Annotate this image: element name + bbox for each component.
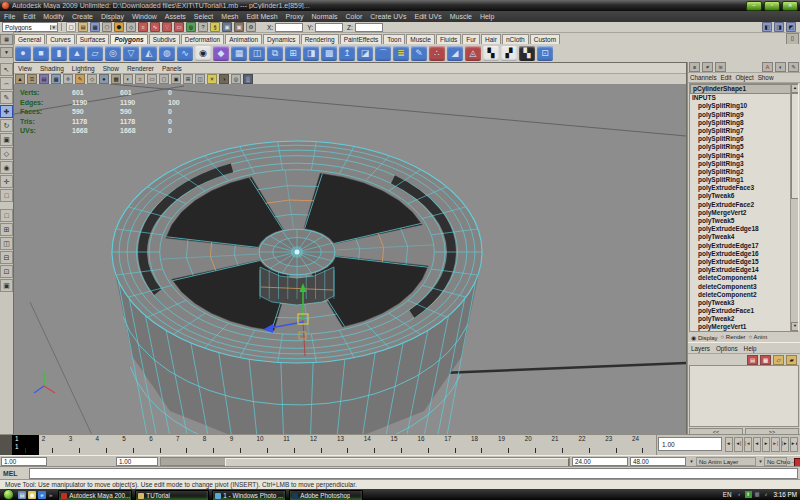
uv-checker-b-icon[interactable]: ▞ bbox=[501, 46, 517, 61]
render-current-frame-icon[interactable]: ▣ bbox=[222, 22, 232, 32]
layer-menu-item[interactable]: Help bbox=[741, 345, 760, 352]
timeline-frame-9[interactable]: 9 bbox=[227, 435, 254, 455]
select-by-hierarchy-icon[interactable]: ⬡ bbox=[102, 22, 112, 32]
layer-list[interactable] bbox=[689, 365, 799, 427]
shelf-tab[interactable]: Animation bbox=[225, 34, 262, 44]
playback-end-field[interactable]: 24.00 bbox=[572, 457, 628, 466]
language-indicator[interactable]: EN bbox=[723, 491, 732, 498]
save-scene-icon[interactable]: ▦ bbox=[90, 22, 100, 32]
panel-menu-item[interactable]: Panels bbox=[158, 65, 186, 72]
resolution-gate-icon[interactable]: ◻ bbox=[159, 74, 169, 84]
timeline-frame-11[interactable]: 11 bbox=[280, 435, 307, 455]
timeline-frame-23[interactable]: 23 bbox=[602, 435, 629, 455]
shadows-icon[interactable]: ◑ bbox=[219, 74, 229, 84]
shelf-tab[interactable]: Custom bbox=[530, 34, 560, 44]
channel-input-item[interactable]: polyExtrudeFace2 bbox=[690, 201, 798, 209]
z-input[interactable] bbox=[355, 23, 383, 32]
timeline-frame-21[interactable]: 21 bbox=[549, 435, 576, 455]
make-object-live-icon[interactable]: ◍ bbox=[186, 22, 196, 32]
channel-input-item[interactable]: polyExtrudeEdge16 bbox=[690, 250, 798, 258]
single-pane-layout-icon[interactable]: □ bbox=[0, 209, 13, 222]
show-desktop-icon[interactable]: ▤ bbox=[18, 491, 26, 499]
channel-input-item[interactable]: polySplitRing5 bbox=[690, 143, 798, 151]
channel-menu-item[interactable]: Object bbox=[733, 74, 755, 81]
last-tool-icon[interactable]: □ bbox=[0, 189, 13, 202]
timeline-frame-14[interactable]: 14 bbox=[361, 435, 388, 455]
channel-manip-default-icon[interactable]: ≡ bbox=[689, 62, 700, 72]
timeline-frame-2[interactable]: 2 bbox=[39, 435, 66, 455]
channel-input-item[interactable]: polyMergeVert1 bbox=[690, 323, 798, 331]
menu-item[interactable]: Edit bbox=[19, 13, 39, 20]
mirror-geometry-icon[interactable]: ◨ bbox=[303, 46, 319, 61]
timeline-frame-13[interactable]: 13 bbox=[334, 435, 361, 455]
menu-item[interactable]: Select bbox=[190, 13, 217, 20]
select-by-object-icon[interactable]: ⬢ bbox=[114, 22, 124, 32]
channel-input-item[interactable]: deleteComponent3 bbox=[690, 283, 798, 291]
bookmark-icon[interactable]: ▤ bbox=[39, 74, 49, 84]
textured-mode-icon[interactable]: ▩ bbox=[111, 74, 121, 84]
pcylinder-mesh[interactable] bbox=[112, 141, 482, 435]
animation-end-field[interactable]: 48.00 bbox=[630, 457, 686, 466]
internet-explorer-icon[interactable]: e bbox=[38, 491, 46, 499]
shelf-tab[interactable]: Rendering bbox=[301, 34, 339, 44]
timeline-frame-17[interactable]: 17 bbox=[441, 435, 468, 455]
hypershade-persp-layout-icon[interactable]: ▣ bbox=[0, 279, 13, 292]
poly-pipe-icon[interactable]: ◍ bbox=[159, 46, 175, 61]
soft-mod-tool-icon[interactable]: ◉ bbox=[0, 161, 13, 174]
channel-shape-node[interactable]: pCylinderShape1 bbox=[690, 84, 798, 94]
menu-item[interactable]: Normals bbox=[307, 13, 341, 20]
anim-layer-dropdown[interactable]: No Anim Layer bbox=[696, 457, 756, 466]
select-by-component-icon[interactable]: ◇ bbox=[126, 22, 136, 32]
flip-triangle-icon[interactable]: ◬ bbox=[465, 46, 481, 61]
step-back-key-button[interactable]: |◄ bbox=[744, 437, 752, 452]
new-scene-icon[interactable]: ▢ bbox=[66, 22, 76, 32]
channel-input-item[interactable]: deleteComponent4 bbox=[690, 274, 798, 282]
task-adobe-photoshop[interactable]: Adobe Photoshop bbox=[289, 490, 363, 500]
universal-manipulator-icon[interactable]: ◇ bbox=[0, 147, 13, 160]
menu-item[interactable]: Window bbox=[128, 13, 161, 20]
channel-speed-icon[interactable]: ◐ bbox=[775, 62, 786, 72]
character-set-dropdown-icon[interactable]: ▼ bbox=[757, 458, 764, 465]
menu-item[interactable]: Mesh bbox=[217, 13, 242, 20]
shelf-menu-button[interactable]: ▼ bbox=[0, 47, 13, 58]
viewport-canvas[interactable] bbox=[14, 84, 686, 435]
scale-tool-icon[interactable]: ▣ bbox=[0, 133, 13, 146]
channel-input-item[interactable]: polySplitRing1 bbox=[690, 176, 798, 184]
channel-input-item[interactable]: polyTweak3 bbox=[690, 299, 798, 307]
menu-set-dropdown[interactable]: Polygons▼ bbox=[2, 22, 58, 32]
menu-item[interactable]: Edit Mesh bbox=[242, 13, 281, 20]
current-time-field[interactable]: 1.00 bbox=[658, 437, 722, 451]
lights-icon[interactable]: ☀ bbox=[207, 74, 217, 84]
wireframe-mode-icon[interactable]: ◇ bbox=[87, 74, 97, 84]
poly-plane-icon[interactable]: ▱ bbox=[87, 46, 103, 61]
uv-snapshot-icon[interactable]: ⊡ bbox=[537, 46, 553, 61]
poly-helix-icon[interactable]: ∿ bbox=[177, 46, 193, 61]
channel-input-item[interactable]: polyTweak2 bbox=[690, 315, 798, 323]
tray-expand-icon[interactable]: ‹ bbox=[736, 491, 743, 498]
step-forward-frame-button[interactable]: |► bbox=[781, 437, 789, 452]
grid-toggle-icon[interactable]: ⌗ bbox=[135, 74, 145, 84]
persp-graph-layout-icon[interactable]: ⊡ bbox=[0, 265, 13, 278]
shelf-tab[interactable]: General bbox=[14, 34, 45, 44]
channel-input-item[interactable]: polySplitRing8 bbox=[690, 119, 798, 127]
menu-item[interactable]: Edit UVs bbox=[410, 13, 445, 20]
task-autodesk-maya[interactable]: Autodesk Maya 200... bbox=[58, 490, 132, 500]
channel-input-item[interactable]: polySplitRing4 bbox=[690, 152, 798, 160]
poly-sphere-icon[interactable]: ● bbox=[15, 46, 31, 61]
extrude-icon[interactable]: ↥ bbox=[339, 46, 355, 61]
shelf-tab[interactable]: Curves bbox=[46, 34, 75, 44]
top-persp-layout-icon[interactable]: ⊟ bbox=[0, 251, 13, 264]
snap-to-view-plane-icon[interactable]: ▭ bbox=[174, 22, 184, 32]
four-pane-layout-icon[interactable]: ⊞ bbox=[0, 223, 13, 236]
shelf-tab[interactable]: Toon bbox=[383, 34, 405, 44]
mel-input[interactable] bbox=[29, 468, 798, 479]
booleans-icon[interactable]: ⊞ bbox=[285, 46, 301, 61]
channel-input-item[interactable]: polyExtrudeEdge17 bbox=[690, 242, 798, 250]
timeline-frame-22[interactable]: 22 bbox=[575, 435, 602, 455]
shelf-tab[interactable]: nCloth bbox=[502, 34, 529, 44]
channel-input-item[interactable]: polyExtrudeFace1 bbox=[690, 307, 798, 315]
snap-to-grid-icon[interactable]: ⌗ bbox=[138, 22, 148, 32]
use-default-material-icon[interactable]: ◐ bbox=[123, 74, 133, 84]
channel-edit-mode-icon[interactable]: ✎ bbox=[788, 62, 799, 72]
channel-input-item[interactable]: polyTweak4 bbox=[690, 233, 798, 241]
